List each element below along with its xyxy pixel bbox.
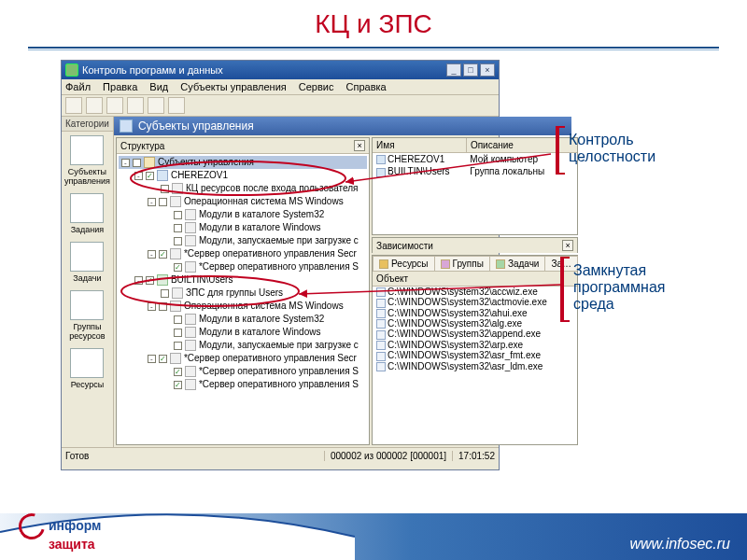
tree-row[interactable]: -✓CHEREZOV1 xyxy=(119,169,367,182)
tree-row[interactable]: Модули в каталоге System32 xyxy=(119,313,367,326)
menu-item[interactable]: Вид xyxy=(149,81,168,92)
object-row[interactable]: C:\WINDOWS\system32\actmovie.exe xyxy=(373,297,577,307)
checkbox[interactable] xyxy=(161,289,169,298)
expand-toggle[interactable]: - xyxy=(148,198,156,206)
checkbox[interactable]: ✓ xyxy=(159,250,167,259)
object-row[interactable]: C:\WINDOWS\system32\append.exe xyxy=(373,329,577,339)
menu-item[interactable]: Справка xyxy=(346,81,387,92)
checkbox[interactable] xyxy=(174,211,182,219)
object-row[interactable]: C:\WINDOWS\system32\alg.exe xyxy=(373,318,577,329)
tree-view[interactable]: -Субъекты управления-✓CHEREZOV1КЦ ресурс… xyxy=(117,154,369,444)
menu-item[interactable]: Файл xyxy=(65,81,91,92)
checkbox[interactable] xyxy=(161,185,169,193)
toolbar-button[interactable] xyxy=(127,97,144,114)
callout-closed-env: Замкнутая программная среда xyxy=(560,257,675,322)
tree-row[interactable]: Модули, запускаемые при загрузке с xyxy=(119,339,367,352)
list-item[interactable]: BUILTIN\UsersГруппа локальны xyxy=(373,165,577,177)
tree-row[interactable]: -✓*Сервер оперативного управления Secr xyxy=(119,352,367,365)
node-label: CHEREZOV1 xyxy=(171,169,228,182)
checkbox[interactable]: ✓ xyxy=(174,263,182,272)
tree-row[interactable]: КЦ ресурсов после входа пользователя xyxy=(119,182,367,195)
tree-row[interactable]: Модули в каталоге Windows xyxy=(119,221,367,234)
close-icon[interactable]: × xyxy=(354,140,365,151)
deps-header: Зависимости × xyxy=(372,237,578,253)
node-label: Операционная система MS Windows xyxy=(184,300,344,313)
checkbox[interactable] xyxy=(159,302,167,311)
tree-row[interactable]: -✓BUILTIN\Users xyxy=(119,273,367,287)
maximize-button[interactable]: □ xyxy=(463,63,478,77)
checkbox[interactable] xyxy=(159,198,167,206)
checkbox[interactable]: ✓ xyxy=(174,368,182,376)
tree-row[interactable]: Модули, запускаемые при загрузке с xyxy=(119,234,367,247)
tab-groups[interactable]: Группы xyxy=(434,256,490,271)
checkbox[interactable]: ✓ xyxy=(146,172,154,180)
expand-toggle[interactable]: - xyxy=(134,276,143,285)
tree-header: Структура × xyxy=(117,138,369,154)
sidebar-item-resources[interactable]: Ресурсы xyxy=(62,344,113,393)
tree-row[interactable]: -Операционная система MS Windows xyxy=(119,195,367,208)
node-icon xyxy=(144,157,155,168)
panel-title-text: Субъекты управления xyxy=(138,119,254,133)
sidebar-header: Категории xyxy=(62,117,113,132)
toolbar-button[interactable] xyxy=(168,97,185,114)
menu-item[interactable]: Правка xyxy=(103,81,137,92)
checkbox[interactable] xyxy=(174,342,182,350)
sidebar-item-resource-groups[interactable]: Группы ресурсов xyxy=(62,287,113,344)
sidebar-item-tasks[interactable]: Задачи xyxy=(62,238,113,287)
expand-toggle[interactable]: - xyxy=(148,355,156,363)
tree-row[interactable]: ЗПС для группы Users xyxy=(119,287,367,300)
tree-row[interactable]: ✓*Сервер оперативного управления S xyxy=(119,378,367,391)
tree-row[interactable]: -Операционная система MS Windows xyxy=(119,300,367,313)
tree-row[interactable]: -Субъекты управления xyxy=(119,156,367,169)
checkbox[interactable]: ✓ xyxy=(146,276,154,285)
toolbar-button[interactable] xyxy=(65,97,82,114)
expand-toggle[interactable]: - xyxy=(134,172,143,180)
minimize-button[interactable]: _ xyxy=(446,63,461,77)
toolbar-button[interactable] xyxy=(106,97,123,114)
tree-row[interactable]: Модули в каталоге System32 xyxy=(119,208,367,221)
subject-list[interactable]: CHEREZOV1Мой компьютерBUILTIN\UsersГрупп… xyxy=(373,153,577,178)
object-list[interactable]: C:\WINDOWS\system32\accwiz.exeC:\WINDOWS… xyxy=(373,287,577,444)
node-label: Модули в каталоге Windows xyxy=(199,326,321,339)
tree-row[interactable]: ✓*Сервер оперативного управления S xyxy=(119,260,367,273)
checkbox[interactable] xyxy=(174,329,182,337)
checkbox[interactable]: ✓ xyxy=(159,355,167,363)
menu-item[interactable]: Сервис xyxy=(299,81,334,92)
object-header[interactable]: Объект xyxy=(373,272,577,287)
checkbox[interactable] xyxy=(133,159,141,167)
checkbox[interactable] xyxy=(174,237,182,245)
tree-row[interactable]: ✓*Сервер оперативного управления S xyxy=(119,365,367,378)
panel-icon xyxy=(120,119,133,133)
sidebar-item-subjects[interactable]: Субъекты управления xyxy=(62,132,113,189)
node-label: *Сервер оперативного управления S xyxy=(199,365,359,378)
close-icon[interactable]: × xyxy=(562,240,573,251)
node-label: *Сервер оперативного управления Secr xyxy=(184,352,357,365)
tab-resources[interactable]: Ресурсы xyxy=(373,256,434,271)
tree-row[interactable]: Модули в каталоге Windows xyxy=(119,326,367,339)
node-label: BUILTIN\Users xyxy=(171,273,233,287)
list-item[interactable]: CHEREZOV1Мой компьютер xyxy=(373,153,577,165)
toolbar-button[interactable] xyxy=(86,97,103,114)
tab-tasks[interactable]: Задачи xyxy=(489,256,546,271)
object-row[interactable]: C:\WINDOWS\system32\asr_fmt.exe xyxy=(373,350,577,360)
tree-row[interactable]: -✓*Сервер оперативного управления Secr xyxy=(119,247,367,260)
checkbox[interactable] xyxy=(174,224,182,232)
expand-toggle[interactable]: - xyxy=(148,250,156,259)
object-row[interactable]: C:\WINDOWS\system32\arp.exe xyxy=(373,340,577,350)
titlebar[interactable]: Контроль программ и данных _ □ × xyxy=(62,61,499,79)
tab-label: Задачи xyxy=(508,259,540,269)
toolbar-button[interactable] xyxy=(148,97,164,114)
expand-toggle[interactable]: - xyxy=(148,302,156,311)
sidebar-item-assignments[interactable]: Задания xyxy=(62,189,113,238)
checkbox[interactable] xyxy=(174,315,182,324)
expand-toggle[interactable]: - xyxy=(121,159,130,167)
node-label: Модули в каталоге System32 xyxy=(199,313,324,326)
object-row[interactable]: C:\WINDOWS\system32\ahui.exe xyxy=(373,308,577,318)
menu-item[interactable]: Субъекты управления xyxy=(180,81,286,92)
panel-title: Субъекты управления xyxy=(114,117,571,135)
object-row[interactable]: C:\WINDOWS\system32\asr_ldm.exe xyxy=(373,361,577,371)
object-row[interactable]: C:\WINDOWS\system32\accwiz.exe xyxy=(373,287,577,297)
checkbox[interactable]: ✓ xyxy=(174,381,182,389)
close-button[interactable]: × xyxy=(480,63,495,77)
column-name[interactable]: Имя xyxy=(373,138,467,152)
